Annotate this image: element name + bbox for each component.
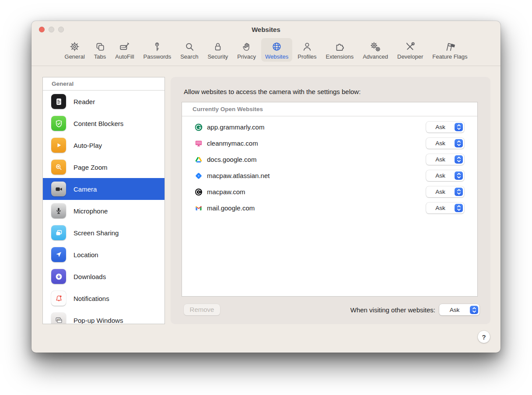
website-domain: cleanmymac.com — [207, 140, 426, 147]
permission-value: Ask — [426, 205, 455, 211]
grammarly-favicon — [194, 123, 203, 132]
tab-autofill[interactable]: AutoFill — [111, 38, 138, 62]
tab-search[interactable]: Search — [176, 38, 202, 62]
footer-label: When visiting other websites: — [350, 306, 435, 314]
sidebar-item-location[interactable]: Location — [43, 244, 164, 266]
permission-dropdown[interactable]: Ask — [426, 203, 464, 213]
sidebar-item-notifications[interactable]: Notifications — [43, 287, 164, 309]
sidebar-item-auto-play[interactable]: Auto-Play — [43, 134, 164, 156]
hand-icon — [241, 40, 252, 53]
stepper-icon — [455, 139, 463, 147]
permission-dropdown[interactable]: Ask — [426, 186, 464, 197]
tab-profiles[interactable]: Profiles — [294, 38, 320, 62]
stepper-icon — [455, 123, 463, 131]
website-row[interactable]: cleanmymac.comAsk — [182, 135, 477, 151]
website-row[interactable]: docs.google.comAsk — [182, 151, 477, 168]
sidebar-item-label: Downloads — [74, 273, 106, 280]
cleanmymac-favicon — [194, 139, 203, 148]
macpaw-favicon — [194, 188, 203, 196]
permission-dropdown[interactable]: Ask — [426, 154, 464, 165]
gdrive-favicon — [194, 155, 203, 164]
website-domain: macpaw.com — [207, 188, 426, 196]
person-icon — [301, 40, 313, 53]
jira-favicon — [194, 171, 203, 180]
website-domain: app.grammarly.com — [207, 123, 426, 131]
globe-icon — [271, 40, 283, 53]
website-domain: docs.google.com — [207, 156, 426, 163]
sidebar-item-label: Microphone — [74, 207, 108, 215]
preferences-window: Websites GeneralTabsAutoFillPasswordsSea… — [32, 21, 500, 353]
website-row[interactable]: macpaw.atlassian.netAsk — [182, 168, 477, 184]
stepper-icon — [470, 306, 478, 314]
screen-sharing-icon — [51, 225, 66, 240]
close-button[interactable] — [39, 27, 45, 32]
preferences-toolbar: GeneralTabsAutoFillPasswordsSearchSecuri… — [32, 38, 500, 66]
sidebar-item-camera[interactable]: Camera — [43, 178, 164, 200]
auto-play-icon — [51, 138, 66, 153]
title-bar: Websites — [32, 21, 500, 38]
tab-websites[interactable]: Websites — [261, 38, 292, 62]
sidebar-item-popup-windows[interactable]: Pop-up Windows — [43, 309, 164, 324]
permission-value: Ask — [426, 156, 455, 163]
sidebar-item-label: Notifications — [74, 295, 109, 302]
list-header: Currently Open Websites — [182, 102, 477, 116]
content-blockers-icon — [51, 116, 66, 131]
tab-developer[interactable]: Developer — [393, 38, 427, 62]
tab-label: Search — [180, 53, 198, 60]
downloads-icon — [51, 269, 66, 284]
camera-icon — [51, 182, 66, 196]
website-row[interactable]: app.grammarly.comAsk — [182, 119, 477, 135]
tab-security[interactable]: Security — [203, 38, 232, 62]
tab-label: AutoFill — [115, 53, 134, 60]
minimize-button[interactable] — [49, 27, 54, 32]
location-icon — [51, 247, 66, 262]
tab-label: Feature Flags — [432, 53, 467, 60]
permission-value: Ask — [426, 172, 455, 179]
remove-button[interactable]: Remove — [184, 304, 220, 315]
tab-privacy[interactable]: Privacy — [233, 38, 260, 62]
tab-extensions[interactable]: Extensions — [322, 38, 358, 62]
sidebar-item-screen-sharing[interactable]: Screen Sharing — [43, 222, 164, 244]
permission-value: Ask — [426, 140, 455, 147]
websites-sidebar: General ReaderContent BlockersAuto-PlayP… — [42, 77, 165, 324]
tab-passwords[interactable]: Passwords — [140, 38, 175, 62]
permission-dropdown[interactable]: Ask — [426, 122, 464, 133]
help-button[interactable]: ? — [478, 331, 490, 343]
notifications-icon — [51, 291, 66, 306]
key-icon — [151, 40, 163, 53]
tab-general[interactable]: General — [61, 38, 89, 62]
sidebar-item-label: Location — [74, 251, 98, 259]
tab-label: Passwords — [144, 53, 172, 60]
page-zoom-icon — [51, 160, 66, 175]
tab-label: Profiles — [298, 53, 316, 60]
flags-icon — [444, 40, 456, 53]
sidebar-item-content-blockers[interactable]: Content Blockers — [43, 112, 164, 134]
tab-label: Developer — [397, 53, 423, 60]
tab-label: Extensions — [326, 53, 354, 60]
sidebar-section-header: General — [43, 77, 164, 91]
stepper-icon — [455, 171, 463, 180]
permission-dropdown[interactable]: Ask — [426, 138, 464, 149]
tab-label: Websites — [265, 53, 288, 60]
permission-value: Ask — [426, 189, 455, 195]
website-row[interactable]: macpaw.comAsk — [182, 184, 477, 200]
tab-feature-flags[interactable]: Feature Flags — [428, 38, 471, 62]
tab-advanced[interactable]: Advanced — [359, 38, 392, 62]
permission-dropdown[interactable]: Ask — [426, 170, 464, 181]
website-domain: macpaw.atlassian.net — [207, 172, 426, 179]
camera-settings-panel: Allow websites to access the camera with… — [171, 77, 490, 324]
tab-label: Tabs — [94, 53, 106, 60]
gears-icon — [369, 40, 382, 53]
sidebar-item-microphone[interactable]: Microphone — [43, 200, 164, 222]
sidebar-item-page-zoom[interactable]: Page Zoom — [43, 156, 164, 178]
window-title: Websites — [32, 21, 500, 38]
default-permission-dropdown[interactable]: Ask — [439, 304, 480, 315]
sidebar-item-downloads[interactable]: Downloads — [43, 266, 164, 287]
autofill-icon — [119, 40, 131, 53]
stepper-icon — [455, 155, 463, 164]
zoom-button[interactable] — [58, 27, 64, 32]
website-row[interactable]: mail.google.comAsk — [182, 200, 477, 216]
sidebar-item-label: Auto-Play — [74, 142, 102, 149]
tab-tabs[interactable]: Tabs — [90, 38, 110, 62]
sidebar-item-reader[interactable]: Reader — [43, 91, 164, 112]
